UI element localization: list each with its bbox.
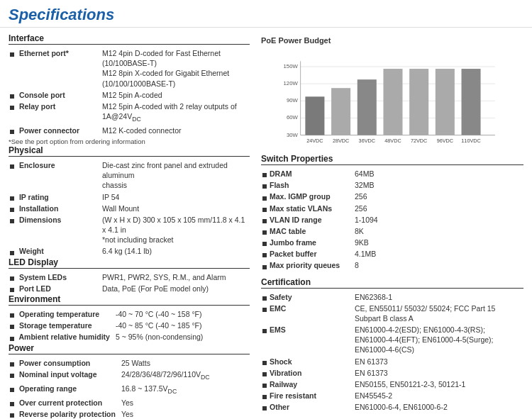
cert-table: Safety EN62368-1 EMC CE, EN55011/ 55032/… bbox=[261, 291, 523, 413]
power-table: Power consumption 25 Watts Nominal input… bbox=[9, 357, 250, 419]
bar-24vdc bbox=[305, 96, 324, 135]
weight-value: 6.4 kg (14.1 lb) bbox=[101, 245, 250, 257]
interface-title: Interface bbox=[9, 33, 250, 45]
bullet-icon bbox=[262, 329, 267, 333]
bullet-icon bbox=[262, 242, 267, 246]
bullet-icon bbox=[10, 219, 14, 223]
flash-label: Flash bbox=[261, 179, 353, 191]
table-row: Packet buffer 4.1MB bbox=[261, 248, 523, 259]
table-row: Enclosure Die-cast zinc front panel and … bbox=[9, 160, 250, 191]
physical-table: Enclosure Die-cast zinc front panel and … bbox=[9, 160, 250, 257]
environment-section: Environment Operating temperature -40 ~ … bbox=[9, 294, 250, 343]
table-row: Over current protection Yes bbox=[9, 397, 250, 408]
bullet-icon bbox=[262, 230, 267, 235]
bar-110vdc bbox=[462, 69, 481, 135]
table-row: Reverse polarity protection Yes bbox=[9, 408, 250, 419]
enclosure-label: Enclosure bbox=[9, 160, 101, 191]
svg-text:90W: 90W bbox=[287, 97, 299, 104]
bullet-icon bbox=[262, 196, 267, 201]
bullet-icon bbox=[262, 219, 267, 223]
table-row: VLAN ID range 1-1094 bbox=[261, 214, 523, 225]
vlans-label: Max static VLANs bbox=[261, 203, 353, 214]
certification-section: Certification Safety EN62368-1 EMC CE, E… bbox=[261, 277, 523, 413]
table-row: Power connector M12 K-coded connector bbox=[9, 125, 250, 136]
igmp-value: 256 bbox=[353, 191, 523, 202]
table-row: Operating range 16.8 ~ 137.5VDC bbox=[9, 383, 250, 397]
power-connector-value: M12 K-coded connector bbox=[101, 125, 250, 136]
storage-temp-label: Storage temperature bbox=[9, 320, 114, 331]
weight-label: Weight bbox=[9, 245, 101, 257]
bullet-icon bbox=[10, 374, 14, 378]
vlans-value: 256 bbox=[353, 203, 523, 214]
table-row: Flash 32MB bbox=[261, 179, 523, 191]
main-content: Interface Ethernet port* M12 4pin D-code… bbox=[0, 28, 532, 419]
environment-table: Operating temperature -40 ~ 70 °C (-40 ~… bbox=[9, 308, 250, 343]
cert-title: Certification bbox=[261, 277, 523, 289]
led-section: LED Display System LEDs PWR1, PWR2, SYS,… bbox=[9, 257, 250, 294]
bullet-icon bbox=[262, 384, 267, 388]
physical-title: Physical bbox=[9, 145, 250, 157]
svg-text:48VDC: 48VDC bbox=[384, 138, 401, 144]
bullet-icon bbox=[10, 288, 14, 292]
table-row: Storage temperature -40 ~ 85 °C (-40 ~ 1… bbox=[9, 320, 250, 331]
other-label: Other bbox=[261, 401, 353, 413]
installation-value: Wall Mount bbox=[101, 203, 250, 214]
bullet-icon bbox=[10, 106, 14, 110]
chart-area: PoE Power Budget 30W 60W 90W 120W 150W bbox=[261, 36, 523, 148]
eth-port-label: Ethernet port* bbox=[9, 48, 101, 89]
bullet-icon bbox=[10, 251, 14, 255]
priority-queues-label: Max priority queues bbox=[261, 259, 353, 271]
bar-48vdc bbox=[383, 69, 402, 135]
left-column: Interface Ethernet port* M12 4pin D-code… bbox=[9, 33, 250, 419]
console-port-label: Console port bbox=[9, 89, 101, 101]
jumbo-frame-label: Jumbo frame bbox=[261, 237, 353, 248]
table-row: Vibration EN 61373 bbox=[261, 367, 523, 379]
dimensions-value: (W x H x D) 300 x 105 x 105 mm/11.8 x 4.… bbox=[101, 214, 250, 246]
reverse-polarity-value: Yes bbox=[120, 408, 250, 419]
igmp-label: Max. IGMP group bbox=[261, 191, 353, 202]
bullet-icon bbox=[262, 296, 267, 301]
switch-table: DRAM 64MB Flash 32MB Max. IGMP group 256… bbox=[261, 168, 523, 272]
interface-table: Ethernet port* M12 4pin D-coded for Fast… bbox=[9, 48, 250, 136]
fire-resistant-label: Fire resistant bbox=[261, 390, 353, 401]
table-row: Dimensions (W x H x D) 300 x 105 x 105 m… bbox=[9, 214, 250, 246]
bullet-icon bbox=[10, 208, 14, 212]
dimensions-label: Dimensions bbox=[9, 214, 101, 246]
svg-text:30W: 30W bbox=[287, 132, 299, 138]
table-row: Jumbo frame 9KB bbox=[261, 237, 523, 248]
led-table: System LEDs PWR1, PWR2, SYS, R.M., and A… bbox=[9, 272, 250, 294]
table-row: Port LED Data, PoE (For PoE model only) bbox=[9, 283, 250, 294]
bullet-icon bbox=[10, 52, 14, 57]
power-section: Power Power consumption 25 Watts Nominal… bbox=[9, 343, 250, 419]
table-row: Railway EN50155, EN50121-2-3, 50121-1 bbox=[261, 379, 523, 390]
table-row: Relay port M12 5pin A-coded with 2 relay… bbox=[9, 101, 250, 125]
installation-label: Installation bbox=[9, 203, 101, 214]
vibration-value: EN 61373 bbox=[353, 367, 523, 379]
table-row: EMC CE, EN55011/ 55032/ 55024; FCC Part … bbox=[261, 303, 523, 324]
bar-72vdc bbox=[409, 69, 428, 135]
ip-rating-label: IP rating bbox=[9, 191, 101, 203]
fire-resistant-value: EN45545-2 bbox=[353, 390, 523, 401]
power-consumption-label: Power consumption bbox=[9, 357, 120, 369]
system-leds-value: PWR1, PWR2, SYS, R.M., and Alarm bbox=[101, 272, 250, 283]
port-led-value: Data, PoE (For PoE model only) bbox=[101, 283, 250, 294]
table-row: Ethernet port* M12 4pin D-coded for Fast… bbox=[9, 48, 250, 89]
bar-28vdc bbox=[331, 88, 350, 135]
bullet-icon bbox=[262, 265, 267, 269]
safety-value: EN62368-1 bbox=[353, 291, 523, 303]
table-row: Installation Wall Mount bbox=[9, 203, 250, 214]
vlan-range-value: 1-1094 bbox=[353, 214, 523, 225]
mac-table-label: MAC table bbox=[261, 225, 353, 237]
svg-text:96VDC: 96VDC bbox=[437, 138, 453, 144]
emc-value: CE, EN55011/ 55032/ 55024; FCC Part 15 S… bbox=[353, 303, 523, 324]
ems-label: EMS bbox=[261, 324, 353, 356]
svg-text:150W: 150W bbox=[284, 63, 299, 69]
ip-rating-value: IP 54 bbox=[101, 191, 250, 203]
page-title: Specifications bbox=[9, 6, 523, 24]
op-temp-value: -40 ~ 70 °C (-40 ~ 158 °F) bbox=[114, 308, 250, 320]
power-consumption-value: 25 Watts bbox=[120, 357, 250, 369]
jumbo-frame-value: 9KB bbox=[353, 237, 523, 248]
bullet-icon bbox=[10, 402, 14, 406]
table-row: System LEDs PWR1, PWR2, SYS, R.M., and A… bbox=[9, 272, 250, 283]
interface-footnote: *See the port option from ordering infor… bbox=[9, 138, 250, 145]
